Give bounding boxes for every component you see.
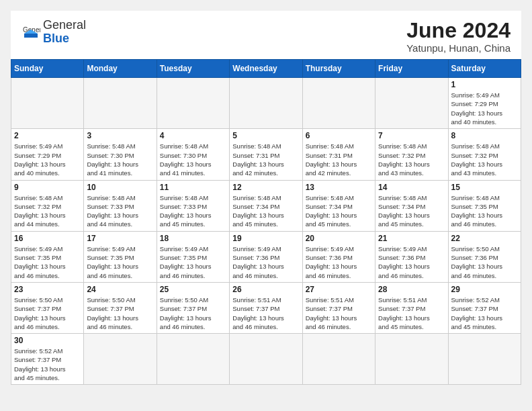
day-number: 20 — [306, 234, 372, 243]
calendar-cell: 22Sunrise: 5:50 AMSunset: 7:36 PMDayligh… — [448, 231, 521, 282]
calendar-cell: 4Sunrise: 5:48 AMSunset: 7:30 PMDaylight… — [157, 129, 229, 180]
day-number: 26 — [232, 285, 299, 294]
day-number: 6 — [306, 131, 372, 140]
calendar-cell: 24Sunrise: 5:50 AMSunset: 7:37 PMDayligh… — [84, 282, 157, 333]
day-info: Sunrise: 5:48 AMSunset: 7:31 PMDaylight:… — [232, 142, 299, 177]
weekday-header-sunday: Sunday — [11, 60, 84, 78]
calendar-cell: 26Sunrise: 5:51 AMSunset: 7:37 PMDayligh… — [230, 282, 302, 333]
calendar-cell: 6Sunrise: 5:48 AMSunset: 7:31 PMDaylight… — [302, 129, 375, 180]
calendar-cell — [230, 334, 302, 385]
day-info: Sunrise: 5:48 AMSunset: 7:34 PMDaylight:… — [232, 193, 299, 229]
week-row-6: 30Sunrise: 5:52 AMSunset: 7:37 PMDayligh… — [11, 334, 521, 385]
calendar-cell: 10Sunrise: 5:48 AMSunset: 7:33 PMDayligh… — [84, 180, 157, 231]
calendar-cell: 30Sunrise: 5:52 AMSunset: 7:37 PMDayligh… — [11, 334, 84, 385]
week-row-4: 16Sunrise: 5:49 AMSunset: 7:35 PMDayligh… — [11, 231, 521, 282]
day-info: Sunrise: 5:50 AMSunset: 7:37 PMDaylight:… — [87, 295, 153, 331]
weekday-header-friday: Friday — [375, 60, 448, 78]
calendar-cell — [84, 78, 157, 129]
calendar-table: SundayMondayTuesdayWednesdayThursdayFrid… — [11, 59, 521, 385]
calendar-cell: 3Sunrise: 5:48 AMSunset: 7:30 PMDaylight… — [84, 129, 157, 180]
calendar-cell: 19Sunrise: 5:49 AMSunset: 7:36 PMDayligh… — [230, 231, 302, 282]
day-number: 12 — [232, 183, 299, 192]
calendar-page: General General Blue June 2024 Yatunpu, … — [11, 11, 521, 385]
calendar-cell: 25Sunrise: 5:50 AMSunset: 7:37 PMDayligh… — [157, 282, 229, 333]
calendar-cell: 18Sunrise: 5:49 AMSunset: 7:35 PMDayligh… — [157, 231, 229, 282]
day-info: Sunrise: 5:51 AMSunset: 7:37 PMDaylight:… — [306, 295, 372, 331]
week-row-5: 23Sunrise: 5:50 AMSunset: 7:37 PMDayligh… — [11, 282, 521, 333]
day-number: 19 — [232, 234, 299, 243]
day-info: Sunrise: 5:48 AMSunset: 7:33 PMDaylight:… — [160, 193, 226, 229]
day-number: 1 — [451, 80, 518, 89]
calendar-cell: 12Sunrise: 5:48 AMSunset: 7:34 PMDayligh… — [230, 180, 302, 231]
calendar-cell: 13Sunrise: 5:48 AMSunset: 7:34 PMDayligh… — [302, 180, 375, 231]
day-number: 21 — [378, 234, 445, 243]
day-number: 2 — [14, 131, 81, 140]
calendar-cell: 16Sunrise: 5:49 AMSunset: 7:35 PMDayligh… — [11, 231, 84, 282]
day-info: Sunrise: 5:49 AMSunset: 7:36 PMDaylight:… — [306, 244, 372, 280]
logo-icon: General — [21, 23, 40, 42]
calendar-cell: 27Sunrise: 5:51 AMSunset: 7:37 PMDayligh… — [302, 282, 375, 333]
day-number: 22 — [451, 234, 518, 243]
day-number: 27 — [306, 285, 372, 294]
day-number: 13 — [306, 183, 372, 192]
day-number: 14 — [378, 183, 445, 192]
day-number: 3 — [87, 131, 153, 140]
day-number: 15 — [451, 183, 518, 192]
day-info: Sunrise: 5:52 AMSunset: 7:37 PMDaylight:… — [14, 347, 81, 382]
week-row-1: 1Sunrise: 5:49 AMSunset: 7:29 PMDaylight… — [11, 78, 521, 129]
calendar-cell — [230, 78, 302, 129]
weekday-header-tuesday: Tuesday — [157, 60, 229, 78]
logo-general: General — [43, 18, 86, 32]
calendar-cell: 14Sunrise: 5:48 AMSunset: 7:34 PMDayligh… — [375, 180, 448, 231]
logo-blue: Blue — [43, 32, 69, 45]
weekday-header-wednesday: Wednesday — [230, 60, 302, 78]
day-number: 25 — [160, 285, 226, 294]
calendar-cell: 7Sunrise: 5:48 AMSunset: 7:32 PMDaylight… — [375, 129, 448, 180]
month-title: June 2024 — [406, 19, 511, 42]
day-number: 30 — [14, 336, 81, 345]
day-info: Sunrise: 5:48 AMSunset: 7:32 PMDaylight:… — [378, 142, 445, 177]
calendar-cell: 20Sunrise: 5:49 AMSunset: 7:36 PMDayligh… — [302, 231, 375, 282]
day-info: Sunrise: 5:48 AMSunset: 7:35 PMDaylight:… — [451, 193, 518, 229]
calendar-cell: 9Sunrise: 5:48 AMSunset: 7:32 PMDaylight… — [11, 180, 84, 231]
day-number: 7 — [378, 131, 445, 140]
day-info: Sunrise: 5:48 AMSunset: 7:32 PMDaylight:… — [14, 193, 81, 229]
calendar-cell — [375, 334, 448, 385]
calendar-cell: 29Sunrise: 5:52 AMSunset: 7:37 PMDayligh… — [448, 282, 521, 333]
page-header: General General Blue June 2024 Yatunpu, … — [11, 11, 521, 59]
calendar-cell — [157, 78, 229, 129]
weekday-header-row: SundayMondayTuesdayWednesdayThursdayFrid… — [11, 60, 521, 78]
svg-marker-1 — [24, 34, 38, 38]
calendar-cell — [375, 78, 448, 129]
week-row-3: 9Sunrise: 5:48 AMSunset: 7:32 PMDaylight… — [11, 180, 521, 231]
day-number: 28 — [378, 285, 445, 294]
day-info: Sunrise: 5:50 AMSunset: 7:37 PMDaylight:… — [14, 295, 81, 331]
calendar-cell — [11, 78, 84, 129]
day-info: Sunrise: 5:50 AMSunset: 7:37 PMDaylight:… — [160, 295, 226, 331]
day-info: Sunrise: 5:50 AMSunset: 7:36 PMDaylight:… — [451, 244, 518, 280]
day-info: Sunrise: 5:49 AMSunset: 7:36 PMDaylight:… — [232, 244, 299, 280]
day-number: 10 — [87, 183, 153, 192]
calendar-cell: 21Sunrise: 5:49 AMSunset: 7:36 PMDayligh… — [375, 231, 448, 282]
day-number: 29 — [451, 285, 518, 294]
calendar-cell: 1Sunrise: 5:49 AMSunset: 7:29 PMDaylight… — [448, 78, 521, 129]
calendar-cell: 8Sunrise: 5:48 AMSunset: 7:32 PMDaylight… — [448, 129, 521, 180]
day-info: Sunrise: 5:49 AMSunset: 7:35 PMDaylight:… — [160, 244, 226, 280]
day-number: 8 — [451, 131, 518, 140]
calendar-cell — [302, 78, 375, 129]
day-info: Sunrise: 5:51 AMSunset: 7:37 PMDaylight:… — [378, 295, 445, 331]
day-number: 11 — [160, 183, 226, 192]
day-info: Sunrise: 5:48 AMSunset: 7:33 PMDaylight:… — [87, 193, 153, 229]
day-info: Sunrise: 5:49 AMSunset: 7:35 PMDaylight:… — [14, 244, 81, 280]
calendar-cell: 17Sunrise: 5:49 AMSunset: 7:35 PMDayligh… — [84, 231, 157, 282]
logo: General General Blue — [21, 19, 86, 46]
day-info: Sunrise: 5:48 AMSunset: 7:32 PMDaylight:… — [451, 142, 518, 177]
day-number: 9 — [14, 183, 81, 192]
calendar-cell — [84, 334, 157, 385]
day-info: Sunrise: 5:48 AMSunset: 7:30 PMDaylight:… — [160, 142, 226, 177]
day-info: Sunrise: 5:49 AMSunset: 7:36 PMDaylight:… — [378, 244, 445, 280]
day-info: Sunrise: 5:51 AMSunset: 7:37 PMDaylight:… — [232, 295, 299, 331]
calendar-cell: 11Sunrise: 5:48 AMSunset: 7:33 PMDayligh… — [157, 180, 229, 231]
day-number: 24 — [87, 285, 153, 294]
day-number: 17 — [87, 234, 153, 243]
